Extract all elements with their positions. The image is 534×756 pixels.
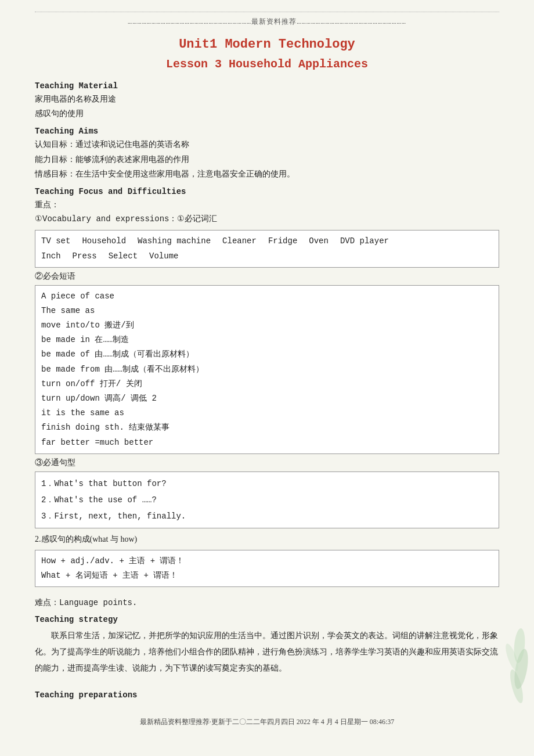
phrase-7: turn up/down 调高/ 调低 2 (41, 391, 493, 406)
decoration-plant (499, 593, 534, 710)
sentences-box: 1．What's that button for? 2．What's the u… (35, 471, 499, 528)
teaching-preparations-heading: Teaching preparations (35, 690, 499, 700)
top-line: ……………………………………………………………………最新资料推荐……………………… (35, 12, 499, 27)
teaching-material-item-2: 感叹句的使用 (35, 106, 499, 121)
phrase-2: move into/to 搬进/到 (41, 318, 493, 333)
phrase-5: be made from 由……制成（看不出原材料） (41, 362, 493, 377)
vocab-inch: Inch (41, 249, 61, 264)
phrases-label: ②必会短语 (35, 271, 499, 282)
teaching-focus-heading: Teaching Focus and Difficulties (35, 187, 499, 196)
sentence-0: 1．What's that button for? (41, 476, 493, 492)
difficulty-label: 难点：Language points. (35, 596, 499, 610)
teaching-aims-heading: Teaching Aims (35, 127, 499, 136)
vocab-row-2: Inch Press Select Volume (41, 249, 493, 264)
vocab-dvd-player: DVD player (340, 234, 389, 249)
phrase-10: far better =much better (41, 435, 493, 450)
exclamation-label: 2.感叹句的构成(what 与 how) (35, 532, 499, 546)
sentence-1: 2．What's the use of ……? (41, 492, 493, 508)
vocab-household: Household (82, 234, 126, 249)
vocab-oven: Oven (309, 234, 329, 249)
phrase-9: finish doing sth. 结束做某事 (41, 420, 493, 435)
phrase-4: be made of 由……制成（可看出原材料） (41, 347, 493, 362)
vocab-row-1: TV set Household Washing machine Cleaner… (41, 234, 493, 249)
phrase-3: be made in 在……制造 (41, 333, 493, 347)
main-title: Unit1 Modern Technology (35, 37, 499, 52)
footer: 最新精品资料整理推荐·更新于二〇二二年四月四日 2022 年 4 月 4 日星期… (35, 717, 499, 727)
vocab-heading: ①Vocabulary and expressions：①必记词汇 (35, 212, 499, 226)
teaching-aims-item-3: 情感目标：在生活中安全使用这些家用电器，注意电器安全正确的使用。 (35, 167, 499, 181)
exclamation-pattern-1: What + 名词短语 + 主语 + 谓语！ (41, 568, 493, 583)
vocab-select: Select (109, 249, 138, 264)
vocab-fridge: Fridge (268, 234, 297, 249)
focus-label: 重点： (35, 197, 499, 212)
exclamation-pattern-0: How + adj./adv. + 主语 + 谓语！ (41, 554, 493, 568)
phrase-8: it is the same as (41, 406, 493, 420)
sub-title: Lesson 3 Household Appliances (35, 57, 499, 71)
vocab-cleaner: Cleaner (222, 234, 257, 249)
teaching-strategy-text: 联系日常生活，加深记忆，并把所学的知识应用的生活当中。通过图片识别，学会英文的表… (35, 628, 499, 676)
phrase-6: turn on/off 打开/ 关闭 (41, 377, 493, 391)
teaching-strategy-heading: Teaching strategy (35, 615, 499, 624)
vocab-tv-set: TV set (41, 234, 70, 249)
phrase-1: The same as (41, 304, 493, 318)
vocab-volume: Volume (149, 249, 178, 264)
teaching-material-heading: Teaching Material (35, 81, 499, 91)
vocab-press: Press (73, 249, 97, 264)
teaching-aims-item-1: 认知目标：通过读和说记住电器的英语名称 (35, 137, 499, 152)
teaching-aims-item-2: 能力目标：能够流利的表述家用电器的作用 (35, 152, 499, 167)
phrases-box: A piece of case The same as move into/to… (35, 285, 499, 454)
vocab-box: TV set Household Washing machine Cleaner… (35, 230, 499, 267)
vocab-washing-machine: Washing machine (138, 234, 211, 249)
exclamation-box: How + adj./adv. + 主语 + 谓语！ What + 名词短语 +… (35, 550, 499, 587)
teaching-material-item-1: 家用电器的名称及用途 (35, 92, 499, 106)
sentences-label: ③必通句型 (35, 458, 499, 468)
sentence-2: 3．First, next, then, finally. (41, 508, 493, 524)
phrase-0: A piece of case (41, 289, 493, 304)
